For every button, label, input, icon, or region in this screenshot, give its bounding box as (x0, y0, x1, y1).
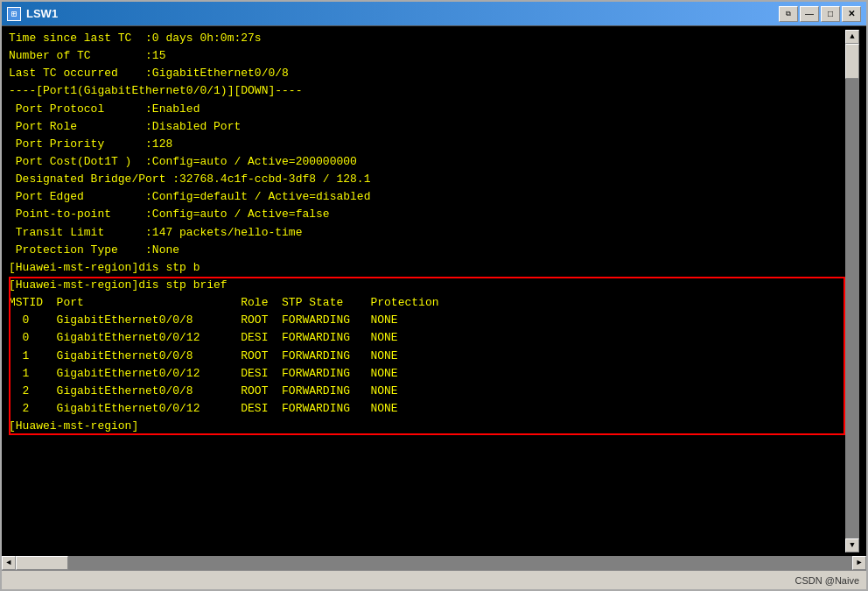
restore-button[interactable]: ⧉ (779, 6, 798, 22)
status-text: CSDN @Naive (794, 575, 859, 586)
terminal-line: ----[Port1(GigabitEthernet0/0/1)][DOWN]-… (9, 82, 845, 100)
scroll-up-button[interactable]: ▲ (845, 30, 859, 44)
terminal-output[interactable]: Time since last TC :0 days 0h:0m:27sNumb… (9, 30, 845, 552)
terminal-area: Time since last TC :0 days 0h:0m:27sNumb… (2, 26, 866, 556)
terminal-line: Point-to-point :Config=auto / Active=fal… (9, 206, 845, 223)
terminal-line: Port Protocol :Enabled (9, 101, 845, 118)
terminal-line: Port Edged :Config=default / Active=disa… (9, 188, 845, 206)
scroll-right-button[interactable]: ► (852, 556, 866, 570)
highlighted-line: [Huawei-mst-region]dis stp brief (9, 277, 845, 294)
terminal-line: Protection Type :None (9, 242, 845, 259)
highlighted-line: 2 GigabitEthernet0/0/8 ROOT FORWARDING N… (9, 383, 845, 400)
highlighted-line: 0 GigabitEthernet0/0/8 ROOT FORWARDING N… (9, 312, 845, 329)
terminal-line: Number of TC :15 (9, 47, 845, 65)
terminal-line: [Huawei-mst-region]dis stp b (9, 259, 845, 277)
horizontal-scrollbar: ◄ ► (2, 556, 866, 570)
minimize-button[interactable]: — (800, 6, 819, 22)
terminal-line: Last TC occurred :GigabitEthernet0/0/8 (9, 65, 845, 82)
title-bar: ⊞ LSW1 ⧉ — □ ✕ (2, 2, 866, 26)
maximize-button[interactable]: □ (821, 6, 840, 22)
highlighted-line: 1 GigabitEthernet0/0/12 DESI FORWARDING … (9, 365, 845, 383)
terminal-line: Transit Limit :147 packets/hello-time (9, 224, 845, 242)
highlighted-line: [Huawei-mst-region] (9, 418, 845, 435)
scroll-thumb-horizontal[interactable] (16, 556, 68, 570)
terminal-line: Port Priority :128 (9, 136, 845, 153)
terminal-line: Port Role :Disabled Port (9, 118, 845, 136)
terminal-line: Designated Bridge/Port :32768.4c1f-ccbd-… (9, 171, 845, 188)
window-controls: ⧉ — □ ✕ (779, 6, 861, 22)
title-bar-left: ⊞ LSW1 (7, 7, 58, 21)
scroll-track-vertical[interactable] (845, 44, 859, 538)
highlighted-line: MSTID Port Role STP State Protection (9, 294, 845, 312)
highlighted-line: 2 GigabitEthernet0/0/12 DESI FORWARDING … (9, 400, 845, 418)
terminal-line: Time since last TC :0 days 0h:0m:27s (9, 30, 845, 47)
window-icon: ⊞ (7, 7, 21, 21)
scroll-left-button[interactable]: ◄ (2, 556, 16, 570)
scroll-track-horizontal[interactable] (16, 556, 852, 570)
main-window: ⊞ LSW1 ⧉ — □ ✕ Time since last TC :0 day… (0, 0, 868, 591)
scroll-thumb-vertical[interactable] (845, 44, 859, 79)
highlighted-line: 1 GigabitEthernet0/0/8 ROOT FORWARDING N… (9, 348, 845, 365)
status-bar: CSDN @Naive (2, 570, 866, 589)
window-title: LSW1 (26, 7, 58, 20)
scroll-down-button[interactable]: ▼ (845, 538, 859, 552)
highlighted-line: 0 GigabitEthernet0/0/12 DESI FORWARDING … (9, 329, 845, 347)
close-button[interactable]: ✕ (842, 6, 861, 22)
terminal-line: Port Cost(Dot1T ) :Config=auto / Active=… (9, 153, 845, 171)
vertical-scrollbar: ▲ ▼ (845, 30, 859, 552)
